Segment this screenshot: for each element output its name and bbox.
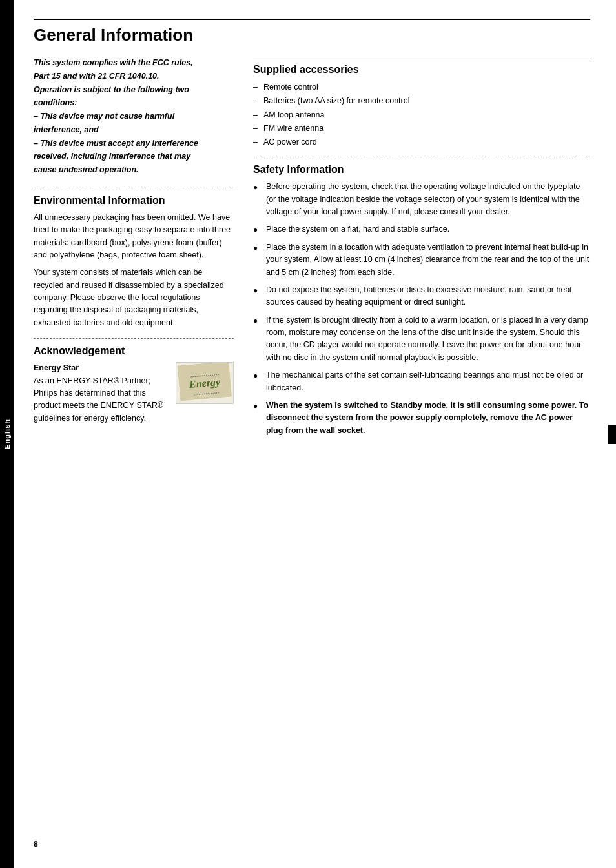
energy-star-logo-text: ⋯⋯⋯⋯⋯ Energy ⋯⋯⋯⋯⋯: [178, 362, 232, 404]
page-number: 8: [34, 840, 38, 849]
env-title: Environmental Information: [34, 195, 234, 207]
safety-title: Safety Information: [253, 164, 590, 176]
safety-item-5: If the system is brought directly from a…: [253, 314, 590, 365]
right-column: Supplied accessories Remote control Batt…: [253, 57, 590, 442]
accessory-item-3: AM loop antenna: [253, 108, 590, 122]
sidebar-tab: English: [0, 0, 14, 868]
safety-list: Before operating the system, check that …: [253, 181, 590, 437]
safety-item-6: The mechanical parts of the set contain …: [253, 369, 590, 394]
fcc-line-1: This system complies with the FCC rules,: [34, 57, 234, 69]
fcc-line-7: – This device must accept any interferen…: [34, 137, 234, 150]
energy-star-row: Energy Star As an ENERGY STAR® Partner; …: [34, 362, 234, 425]
safety-item-3: Place the system in a location with adeq…: [253, 241, 590, 279]
accessory-item-5: AC power cord: [253, 136, 590, 149]
accessory-item-1: Remote control: [253, 81, 590, 94]
safety-item-2: Place the system on a flat, hard and sta…: [253, 223, 590, 236]
fcc-line-3: Operation is subject to the following tw…: [34, 84, 234, 96]
fcc-line-4: conditions:: [34, 97, 234, 109]
env-para1: All unnecessary packaging has been omitt…: [34, 212, 234, 262]
right-edge-mark: [608, 425, 616, 444]
fcc-line-8: received, including interference that ma…: [34, 150, 234, 163]
safety-item-1: Before operating the system, check that …: [253, 181, 590, 218]
left-column: This system complies with the FCC rules,…: [34, 57, 234, 442]
fcc-notice: This system complies with the FCC rules,…: [34, 57, 234, 176]
fcc-line-5: – This device may not cause harmful: [34, 110, 234, 123]
fcc-line-9: cause undesired operation.: [34, 164, 234, 176]
energy-star-description: As an ENERGY STAR® Partner; Philips has …: [34, 376, 163, 423]
page-title: General Information: [34, 25, 590, 45]
safety-divider: [253, 157, 590, 157]
energy-star-logo: ⋯⋯⋯⋯⋯ Energy ⋯⋯⋯⋯⋯: [176, 362, 234, 404]
env-body: All unnecessary packaging has been omitt…: [34, 212, 234, 329]
two-column-layout: This system complies with the FCC rules,…: [34, 57, 590, 442]
energy-star-subtitle: Energy Star: [34, 363, 79, 372]
ack-divider: [34, 338, 234, 339]
page-container: English General Information This system …: [0, 0, 616, 868]
ack-title: Acknowledgement: [34, 345, 234, 357]
accessory-item-4: FM wire antenna: [253, 122, 590, 136]
fcc-line-2: Part 15 and with 21 CFR 1040.10.: [34, 70, 234, 83]
sidebar-label: English: [3, 419, 11, 449]
fcc-line-6: interference, and: [34, 124, 234, 136]
supplied-divider: [253, 57, 590, 57]
env-divider: [34, 188, 234, 188]
safety-item-7: When the system is switched to Standby m…: [253, 399, 590, 437]
acknowledgement-section: Acknowledgement Energy Star As an ENERGY…: [34, 345, 234, 425]
top-border: [34, 19, 590, 20]
main-content: General Information This system complies…: [14, 0, 616, 868]
accessories-list: Remote control Batteries (two AA size) f…: [253, 81, 590, 149]
supplied-title: Supplied accessories: [253, 64, 590, 76]
accessory-item-2: Batteries (two AA size) for remote contr…: [253, 94, 590, 108]
env-para2: Your system consists of materials which …: [34, 267, 234, 329]
energy-star-text: Energy Star As an ENERGY STAR® Partner; …: [34, 362, 168, 425]
safety-item-4: Do not expose the system, batteries or d…: [253, 284, 590, 309]
